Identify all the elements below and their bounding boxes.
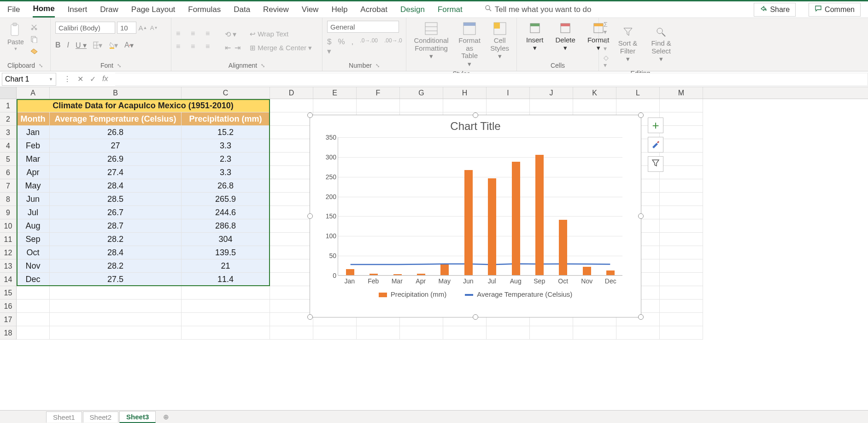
percent-icon[interactable]: %: [338, 37, 345, 56]
col-header[interactable]: D: [270, 87, 313, 99]
chart-bar[interactable]: [559, 220, 567, 275]
cell[interactable]: [270, 153, 313, 166]
wrap-text-button[interactable]: ↩ Wrap Text: [250, 30, 312, 38]
cell[interactable]: [270, 246, 313, 259]
formula-input[interactable]: [115, 73, 868, 86]
cell[interactable]: [443, 326, 487, 340]
col-header[interactable]: C: [182, 87, 270, 99]
cell[interactable]: [660, 246, 703, 259]
cell[interactable]: [660, 153, 703, 166]
cell[interactable]: Apr: [17, 166, 50, 179]
cell[interactable]: 3.3: [182, 139, 270, 153]
decrease-indent-icon[interactable]: ⇤: [225, 43, 231, 52]
delete-cells-button[interactable]: Delete ▾: [551, 21, 580, 53]
cell[interactable]: Precipitation (mm): [182, 112, 270, 126]
tab-insert[interactable]: Insert: [68, 2, 88, 17]
cell[interactable]: Aug: [17, 219, 50, 233]
cell[interactable]: [487, 326, 530, 340]
cell[interactable]: [270, 166, 313, 179]
dialog-launcher-icon[interactable]: ⤡: [261, 63, 265, 69]
chart-bar[interactable]: [346, 269, 354, 275]
col-header[interactable]: G: [400, 87, 443, 99]
cell[interactable]: 304: [182, 233, 270, 246]
cell[interactable]: Climate Data for Acapulco Mexico (1951-2…: [17, 99, 270, 112]
cell[interactable]: [357, 326, 400, 340]
namebox-more-icon[interactable]: ⋮: [64, 75, 71, 83]
cell[interactable]: [660, 139, 703, 153]
cell[interactable]: Month: [17, 112, 50, 126]
cell[interactable]: 28.7: [50, 219, 182, 233]
tab-draw[interactable]: Draw: [100, 2, 118, 17]
format-painter-icon[interactable]: [29, 47, 39, 56]
cell[interactable]: [357, 99, 400, 112]
cell[interactable]: 2.3: [182, 153, 270, 166]
comma-icon[interactable]: ,: [352, 37, 354, 56]
row-header[interactable]: 13: [0, 259, 17, 273]
chart-bar[interactable]: [488, 178, 496, 275]
cell[interactable]: [50, 313, 182, 326]
dialog-launcher-icon[interactable]: ⤡: [375, 63, 380, 69]
increase-font-icon[interactable]: A▲: [138, 23, 147, 32]
enter-icon[interactable]: ✓: [90, 75, 96, 83]
cell[interactable]: Feb: [17, 139, 50, 153]
chart-styles-button[interactable]: [648, 137, 663, 153]
cell[interactable]: Oct: [17, 246, 50, 259]
find-select-button[interactable]: Find & Select ▾: [645, 25, 677, 64]
format-as-table-button[interactable]: Format as Table ▾: [454, 21, 485, 69]
cell[interactable]: [616, 99, 660, 112]
dialog-launcher-icon[interactable]: ⤡: [117, 63, 121, 69]
plot-area[interactable]: 050100150200250300350: [338, 137, 622, 276]
sheet-tab[interactable]: Sheet1: [46, 411, 82, 423]
legend-temp[interactable]: Average Temperature (Celsius): [465, 290, 572, 298]
cell[interactable]: Sep: [17, 233, 50, 246]
tab-pagelayout[interactable]: Page Layout: [131, 2, 175, 17]
conditional-formatting-button[interactable]: Conditional Formatting ▾: [411, 21, 452, 61]
cell[interactable]: [660, 112, 703, 126]
cell[interactable]: 265.9: [182, 193, 270, 206]
col-header[interactable]: L: [616, 87, 660, 99]
cell[interactable]: [182, 326, 270, 340]
cell[interactable]: [660, 300, 703, 313]
font-color-icon[interactable]: A ▾: [124, 41, 134, 50]
cell[interactable]: [270, 286, 313, 300]
cell[interactable]: 139.5: [182, 246, 270, 259]
cancel-icon[interactable]: ✕: [77, 75, 83, 83]
col-header[interactable]: J: [530, 87, 573, 99]
cell[interactable]: 27: [50, 139, 182, 153]
cell[interactable]: [660, 286, 703, 300]
col-header[interactable]: K: [573, 87, 616, 99]
cell[interactable]: May: [17, 179, 50, 193]
chart-bar[interactable]: [440, 264, 449, 275]
cell[interactable]: [487, 99, 530, 112]
borders-icon[interactable]: ▾: [93, 41, 102, 50]
chart-filter-button[interactable]: [648, 156, 663, 172]
col-header[interactable]: E: [313, 87, 357, 99]
chart-bar[interactable]: [583, 267, 591, 275]
clear-icon[interactable]: ◇ ▾: [604, 54, 610, 69]
italic-button[interactable]: I: [67, 41, 69, 49]
chart-legend[interactable]: Precipitation (mm) Average Temperature (…: [310, 290, 641, 298]
cell[interactable]: 286.8: [182, 219, 270, 233]
cell[interactable]: [270, 313, 313, 326]
row-header[interactable]: 7: [0, 179, 17, 193]
cell[interactable]: [270, 126, 313, 139]
cell[interactable]: [50, 300, 182, 313]
chart-bar[interactable]: [417, 274, 425, 275]
row-header[interactable]: 17: [0, 313, 17, 326]
cell[interactable]: 15.2: [182, 126, 270, 139]
fill-icon[interactable]: ⬇ ▾: [604, 37, 610, 52]
tab-review[interactable]: Review: [263, 2, 289, 17]
cell[interactable]: Nov: [17, 259, 50, 273]
worksheet-grid[interactable]: A B C D E F G H I J K L M 1Climate Data …: [0, 87, 868, 350]
cell[interactable]: [270, 112, 313, 126]
cell[interactable]: [270, 273, 313, 286]
share-button[interactable]: Share: [754, 3, 796, 17]
cell[interactable]: [573, 326, 616, 340]
copy-icon[interactable]: [29, 35, 39, 44]
cell[interactable]: 28.2: [50, 259, 182, 273]
cell[interactable]: [660, 233, 703, 246]
tab-help[interactable]: Help: [331, 2, 347, 17]
cell[interactable]: Jan: [17, 126, 50, 139]
cell[interactable]: [270, 326, 313, 340]
cell[interactable]: [17, 286, 50, 300]
